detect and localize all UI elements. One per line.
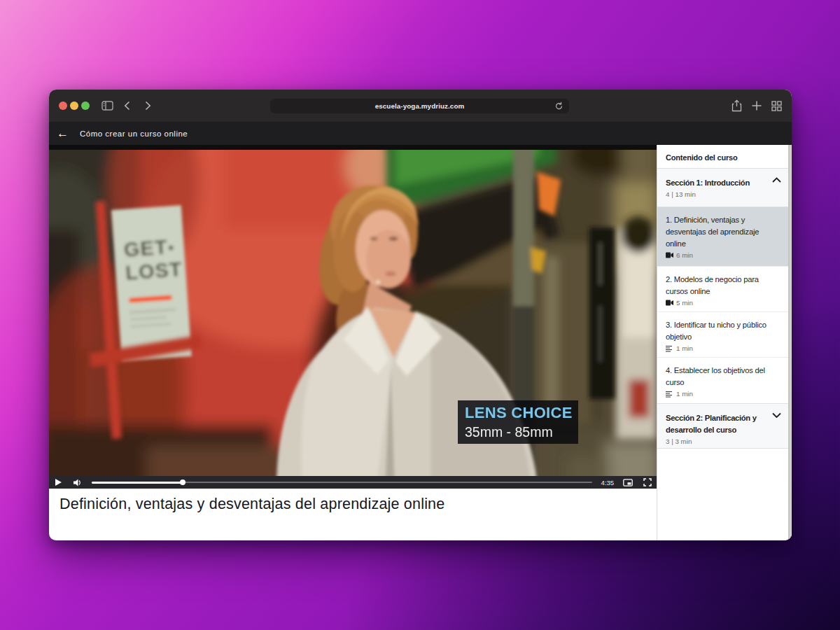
svg-text:35mm - 85mm: 35mm - 85mm <box>465 424 553 440</box>
svg-text:LOST: LOST <box>125 258 183 284</box>
svg-text:LENS CHOICE: LENS CHOICE <box>465 404 573 421</box>
